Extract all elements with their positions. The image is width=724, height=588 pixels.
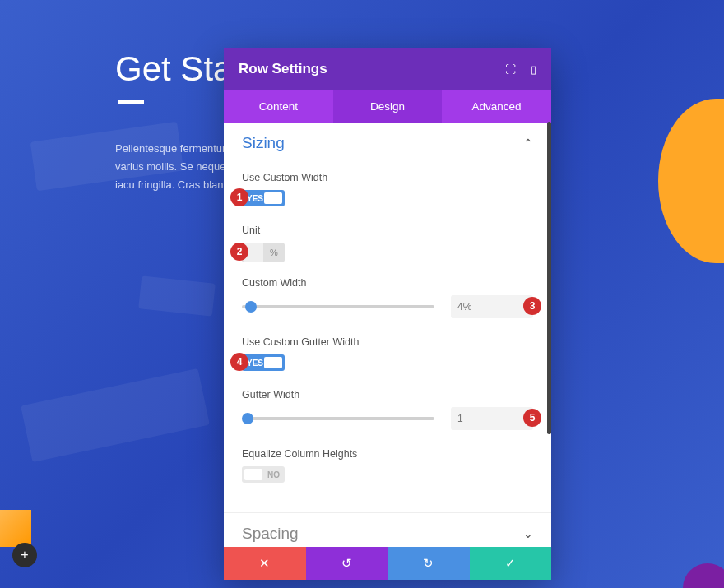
input-custom-width-value[interactable]: 4% — [451, 295, 533, 318]
bg-decor — [138, 275, 216, 316]
callout-badge-4: 4 — [230, 353, 248, 371]
slider-thumb[interactable] — [245, 301, 257, 313]
redo-icon: ↻ — [423, 556, 434, 571]
callout-badge-2: 2 — [230, 243, 248, 261]
slider-thumb[interactable] — [242, 413, 253, 424]
input-gutter-width-value[interactable]: 1 — [451, 407, 533, 430]
section-header-spacing[interactable]: Spacing ⌄ — [224, 513, 551, 547]
undo-button[interactable]: ↺ — [306, 547, 388, 580]
slider-custom-width[interactable] — [242, 305, 434, 308]
bg-decor — [21, 368, 210, 462]
section-sizing: Sizing ⌃ Use Custom Width 1 YES Unit 2 — [224, 123, 551, 513]
bg-decor-purple — [683, 563, 724, 588]
check-icon: ✓ — [505, 556, 516, 571]
expand-icon[interactable]: ⛶ — [505, 63, 516, 76]
row-settings-panel: Row Settings ⛶ ▯ Content Design Advanced… — [224, 48, 551, 580]
section-spacing: Spacing ⌄ — [224, 513, 551, 547]
bg-decor-orange — [658, 99, 724, 263]
section-header-sizing[interactable]: Sizing ⌃ — [224, 123, 551, 164]
bg-decor-box — [0, 510, 31, 547]
label-use-custom-width: Use Custom Width — [242, 172, 533, 183]
callout-badge-3: 3 — [523, 297, 541, 315]
tabs: Content Design Advanced — [224, 90, 551, 123]
panel-footer: ✕ ↺ ↻ ✓ — [224, 547, 551, 580]
chevron-down-icon: ⌄ — [523, 527, 533, 540]
undo-icon: ↺ — [341, 556, 352, 571]
toggle-equalize[interactable]: NO — [242, 466, 285, 483]
redo-button[interactable]: ↻ — [388, 547, 470, 580]
label-custom-width: Custom Width — [242, 277, 533, 289]
label-gutter-width: Gutter Width — [242, 389, 533, 400]
slider-gutter-width[interactable] — [242, 417, 434, 420]
panel-title: Row Settings — [239, 61, 327, 77]
toggle-knob — [264, 357, 282, 368]
tab-design[interactable]: Design — [333, 90, 443, 123]
panel-layout-icon[interactable]: ▯ — [531, 63, 536, 76]
unit-button-percent[interactable]: % — [263, 243, 285, 262]
callout-badge-1: 1 — [230, 188, 248, 206]
panel-header[interactable]: Row Settings ⛶ ▯ — [224, 48, 551, 90]
toggle-label: YES — [247, 359, 263, 368]
section-title-sizing: Sizing — [242, 134, 285, 152]
toggle-label: YES — [247, 194, 263, 203]
close-icon: ✕ — [259, 556, 270, 571]
label-use-custom-gutter: Use Custom Gutter Width — [242, 336, 533, 348]
label-unit: Unit — [242, 225, 533, 236]
add-button[interactable]: + — [12, 543, 37, 567]
section-title-spacing: Spacing — [242, 525, 299, 543]
cancel-button[interactable]: ✕ — [224, 547, 306, 580]
toggle-knob — [244, 469, 262, 480]
toggle-knob — [264, 192, 282, 204]
tab-advanced[interactable]: Advanced — [442, 90, 551, 123]
panel-body: Sizing ⌃ Use Custom Width 1 YES Unit 2 — [224, 123, 551, 547]
scrollbar[interactable] — [547, 123, 551, 434]
toggle-label: NO — [267, 470, 280, 479]
plus-icon: + — [21, 548, 28, 563]
tab-content[interactable]: Content — [224, 90, 333, 123]
label-equalize: Equalize Column Heights — [242, 448, 533, 460]
save-button[interactable]: ✓ — [470, 547, 552, 580]
chevron-up-icon: ⌃ — [523, 137, 533, 150]
callout-badge-5: 5 — [523, 409, 541, 427]
page-title-underline — [118, 100, 144, 104]
